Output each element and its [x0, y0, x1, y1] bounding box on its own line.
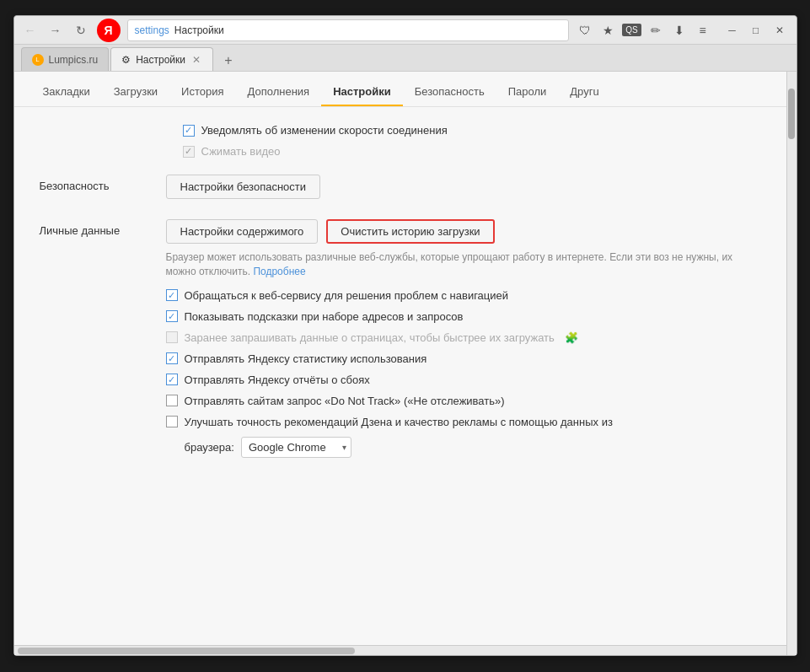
toolbar-icons: 🛡 ★ QS ✏ ⬇ ≡ — [576, 21, 712, 40]
lumpics-favicon: L — [32, 54, 44, 66]
window-controls: ─ □ ✕ — [722, 21, 790, 40]
lumpics-tab-label: Lumpics.ru — [49, 54, 99, 66]
settings-nav: Закладки Загрузки История Дополнения Нас… — [14, 72, 786, 107]
tab-lumpics[interactable]: L Lumpics.ru — [21, 47, 110, 71]
security-section: Безопасность Настройки безопасности — [40, 175, 761, 199]
qs-badge: QS — [622, 24, 641, 36]
compress-video-row: Сжимать видео — [183, 145, 761, 158]
compress-video-checkbox[interactable] — [183, 146, 195, 158]
security-section-body: Настройки безопасности — [166, 175, 761, 199]
nav-history[interactable]: История — [169, 78, 235, 106]
web-service-nav-checkbox[interactable] — [166, 289, 178, 301]
nav-bookmarks[interactable]: Закладки — [31, 78, 102, 106]
nav-security[interactable]: Безопасность — [403, 78, 496, 106]
show-hints-label: Показывать подсказки при наборе адресов … — [185, 310, 464, 323]
main-content: Закладки Загрузки История Дополнения Нас… — [14, 72, 786, 655]
description-text-content: Браузер может использовать различные веб… — [166, 251, 733, 277]
yandex-logo: Я — [97, 19, 121, 42]
star-button[interactable]: ★ — [599, 21, 618, 40]
scrollbar-h-thumb — [18, 648, 355, 654]
address-title-text: Настройки — [174, 24, 224, 36]
do-not-track-label: Отправлять сайтам запрос «Do Not Track» … — [185, 395, 505, 407]
security-settings-button[interactable]: Настройки безопасности — [166, 175, 321, 199]
web-service-nav-row: Обращаться к веб-сервису для решения про… — [166, 289, 761, 302]
send-reports-checkbox[interactable] — [166, 374, 178, 385]
send-reports-label: Отправлять Яндексу отчёты о сбоях — [185, 374, 370, 386]
speed-notify-checkbox[interactable] — [183, 125, 195, 137]
shield-button[interactable]: 🛡 — [576, 21, 594, 40]
send-reports-row: Отправлять Яндексу отчёты о сбоях — [166, 374, 761, 386]
nav-other[interactable]: Другu — [558, 78, 610, 106]
back-button[interactable]: ← — [21, 21, 40, 40]
minimize-button[interactable]: ─ — [722, 21, 743, 40]
tab-bar: L Lumpics.ru ⚙ Настройки ✕ + — [14, 45, 797, 72]
send-stats-row: Отправлять Яндексу статистику использова… — [166, 352, 761, 365]
new-tab-button[interactable]: + — [218, 51, 239, 71]
show-hints-row: Показывать подсказки при наборе адресов … — [166, 310, 761, 323]
nav-downloads[interactable]: Загрузки — [102, 78, 169, 106]
speed-notify-label: Уведомлять об изменении скорости соедине… — [201, 124, 448, 137]
tab-close-button[interactable]: ✕ — [190, 54, 202, 66]
dzen-row: Улучшать точность рекомендаций Дзена и к… — [166, 416, 761, 428]
close-button[interactable]: ✕ — [770, 21, 790, 40]
dzen-label: Улучшать точность рекомендаций Дзена и к… — [185, 416, 613, 428]
preload-pages-label: Заранее запрашивать данные о страницах, … — [185, 331, 555, 344]
browser-dropdown[interactable]: Google Chrome Яндекс.Браузер Opera Firef… — [241, 437, 351, 458]
send-stats-label: Отправлять Яндексу статистику использова… — [185, 352, 427, 365]
compress-video-label: Сжимать видео — [201, 145, 281, 158]
web-service-nav-label: Обращаться к веб-сервису для решения про… — [185, 289, 509, 302]
pen-button[interactable]: ✏ — [646, 21, 665, 40]
nav-passwords[interactable]: Пароли — [496, 78, 559, 106]
personal-btn-group: Настройки содержимого Очистить историю з… — [166, 219, 761, 244]
nav-settings[interactable]: Настройки — [321, 78, 403, 106]
dzen-checkbox[interactable] — [166, 416, 178, 427]
scrollbar-v-thumb — [788, 89, 795, 139]
menu-button[interactable]: ≡ — [694, 21, 712, 40]
settings-tab-label: Настройки — [136, 54, 185, 66]
title-bar: ← → ↻ Я settings Настройки 🛡 ★ QS ✏ ⬇ ≡ … — [14, 16, 797, 45]
refresh-button[interactable]: ↻ — [72, 21, 90, 40]
show-hints-checkbox[interactable] — [166, 310, 178, 322]
preload-pages-row: Заранее запрашивать данные о страницах, … — [166, 331, 761, 344]
browser-dropdown-row: браузера: Google Chrome Яндекс.Браузер O… — [166, 437, 761, 458]
do-not-track-row: Отправлять сайтам запрос «Do Not Track» … — [166, 395, 761, 407]
settings-favicon: ⚙ — [121, 54, 131, 66]
horizontal-scrollbar[interactable] — [14, 645, 786, 655]
content-area: Закладки Загрузки История Дополнения Нас… — [14, 72, 797, 655]
preload-pages-checkbox[interactable] — [166, 331, 178, 343]
vertical-scrollbar[interactable] — [786, 72, 797, 655]
personal-description: Браузер может использовать различные веб… — [166, 250, 761, 279]
settings-content: Уведомлять об изменении скорости соедине… — [14, 107, 786, 645]
dropdown-label: браузера: — [185, 441, 234, 454]
personal-section-label: Личные данные — [40, 219, 166, 237]
nav-extensions[interactable]: Дополнения — [236, 78, 322, 106]
qs-button[interactable]: QS — [623, 21, 641, 40]
puzzle-icon: 🧩 — [565, 331, 578, 344]
description-link[interactable]: Подробнее — [253, 266, 305, 277]
connection-section: Уведомлять об изменении скорости соедине… — [40, 124, 761, 158]
clear-history-button[interactable]: Очистить историю загрузки — [326, 219, 494, 244]
address-settings-text: settings — [135, 24, 169, 36]
tab-settings[interactable]: ⚙ Настройки ✕ — [110, 47, 213, 71]
download-button[interactable]: ⬇ — [670, 21, 689, 40]
security-section-label: Безопасность — [40, 175, 166, 192]
do-not-track-checkbox[interactable] — [166, 395, 178, 406]
speed-notify-row: Уведомлять об изменении скорости соедине… — [183, 124, 761, 137]
content-settings-button[interactable]: Настройки содержимого — [166, 219, 319, 244]
personal-section: Личные данные Настройки содержимого Очис… — [40, 219, 761, 458]
address-bar[interactable]: settings Настройки — [127, 19, 569, 41]
send-stats-checkbox[interactable] — [166, 352, 178, 364]
personal-section-body: Настройки содержимого Очистить историю з… — [166, 219, 761, 458]
restore-button[interactable]: □ — [746, 21, 766, 40]
forward-button[interactable]: → — [46, 21, 65, 40]
dropdown-wrapper: Google Chrome Яндекс.Браузер Opera Firef… — [241, 437, 351, 458]
